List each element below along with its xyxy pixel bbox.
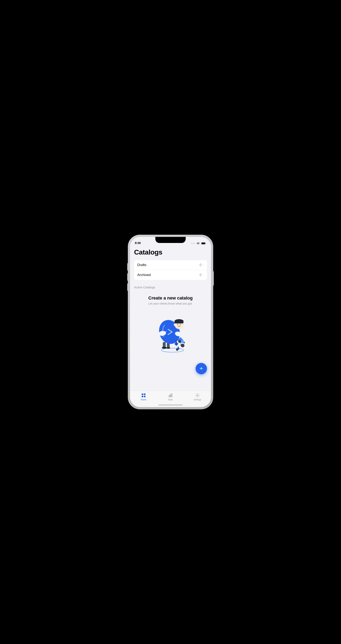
wifi-icon <box>196 242 200 244</box>
svg-point-9 <box>166 331 167 332</box>
settings-tab-label: Settings <box>194 398 201 401</box>
drafts-count: 0 <box>200 263 202 267</box>
page-title: Catalogs <box>134 248 207 256</box>
tab-settings[interactable]: Settings <box>184 392 211 401</box>
svg-rect-26 <box>144 394 145 395</box>
drafts-right: 0 › <box>200 263 204 267</box>
phone-screen: 8:30 <box>130 237 211 407</box>
stats-tab-icon <box>168 393 173 398</box>
tab-stats[interactable]: Stats <box>157 392 184 401</box>
drafts-list-item[interactable]: Drafts 0 › <box>134 260 207 270</box>
status-icons <box>191 242 206 244</box>
phone-frame: 8:30 <box>128 235 213 409</box>
svg-point-17 <box>174 324 175 326</box>
svg-point-16 <box>180 324 181 325</box>
home-indicator <box>158 404 183 406</box>
svg-point-15 <box>177 324 178 325</box>
battery-icon <box>201 242 206 244</box>
archived-count: 0 <box>200 273 202 277</box>
stats-tab-label: Stats <box>168 398 173 401</box>
drafts-chevron-icon: › <box>203 264 204 267</box>
empty-state-subtitle: Let your clients know what you got. <box>148 302 193 305</box>
svg-rect-14 <box>175 320 183 324</box>
drafts-label: Drafts <box>137 263 146 267</box>
catalog-list-section: Drafts 0 › Archived 0 › <box>134 260 207 280</box>
archived-label: Archived <box>137 273 151 277</box>
archived-right: 0 › <box>200 273 204 277</box>
empty-state: Create a new catalog Let your clients kn… <box>134 292 207 355</box>
empty-catalog-illustration <box>148 310 193 355</box>
svg-rect-25 <box>142 394 143 395</box>
tab-bar: Home Stats <box>130 390 211 407</box>
svg-point-5 <box>162 347 167 349</box>
archived-chevron-icon: › <box>203 273 204 276</box>
svg-point-32 <box>197 395 198 396</box>
empty-state-title: Create a new catalog <box>148 296 193 301</box>
signal-icon <box>191 243 195 244</box>
archived-list-item[interactable]: Archived 0 › <box>134 270 207 280</box>
home-tab-label: Home <box>141 398 146 401</box>
svg-rect-28 <box>144 396 145 397</box>
svg-rect-29 <box>169 395 170 397</box>
svg-rect-27 <box>142 396 143 397</box>
fab-plus-icon: + <box>200 366 203 371</box>
content-area[interactable]: Catalogs Drafts 0 › Archived <box>130 246 211 390</box>
notch <box>155 237 186 243</box>
status-time: 8:30 <box>135 241 141 244</box>
home-tab-icon <box>141 393 146 398</box>
add-catalog-fab[interactable]: + <box>196 363 207 374</box>
svg-point-2 <box>161 348 184 352</box>
svg-point-6 <box>166 347 170 349</box>
svg-rect-30 <box>170 394 171 397</box>
tab-home[interactable]: Home <box>130 392 157 401</box>
svg-rect-1 <box>202 242 205 244</box>
svg-point-23 <box>181 344 184 347</box>
svg-rect-31 <box>171 394 172 397</box>
active-catalogs-header: Active Catalogs <box>134 286 207 289</box>
settings-tab-icon <box>195 393 200 398</box>
svg-point-22 <box>178 340 181 343</box>
